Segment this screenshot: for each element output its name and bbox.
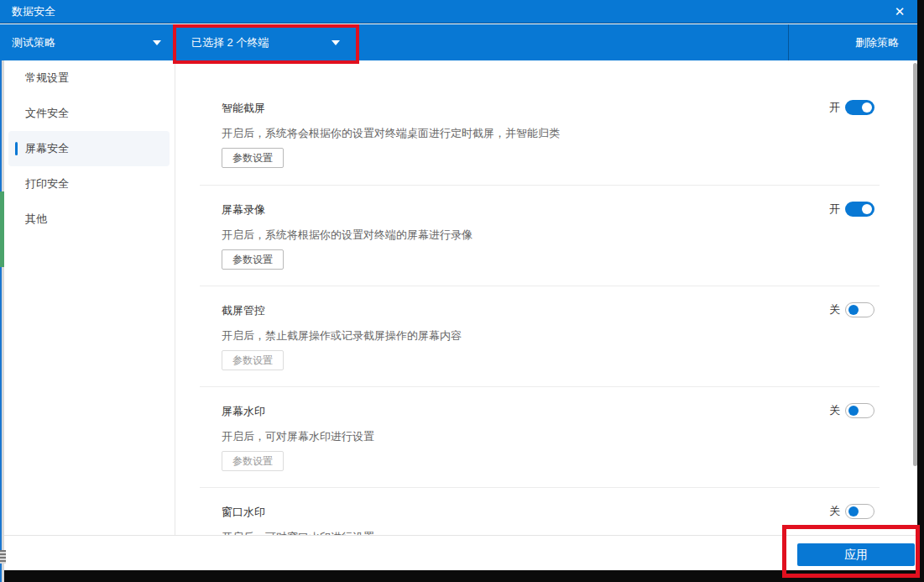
footer-bar: 应用 [4,535,917,570]
section-title: 智能截屏 [222,101,265,116]
param-settings-button[interactable]: 参数设置 [222,249,284,270]
toggle-knob [862,102,872,113]
sidebar-item-4[interactable]: 其他 [4,202,175,237]
settings-content: 智能截屏开开启后，系统将会根据你的设置对终端桌面进行定时截屏，并智能归类参数设置… [200,60,880,535]
delete-policy-button[interactable]: 删除策略 [788,24,917,60]
section-description: 开启后，系统将会根据你的设置对终端桌面进行定时截屏，并智能归类 [222,126,560,141]
close-icon: ✕ [895,4,906,19]
setting-section-0: 智能截屏开开启后，系统将会根据你的设置对终端桌面进行定时截屏，并智能归类参数设置 [200,84,880,185]
section-title: 窗口水印 [222,505,265,520]
param-settings-button[interactable]: 参数设置 [222,148,284,168]
toggle-state-label: 开 [829,100,840,115]
annotation-box-apply-button [782,525,920,578]
toggle-row: 开 [829,202,874,217]
close-button[interactable]: ✕ [888,2,911,22]
section-title: 屏幕录像 [222,202,265,218]
screenshot-root: 数据安全 ✕ 测试策略 已选择 2 个终端 删除策略 常规设置文件安全屏幕安全打… [0,0,924,582]
annotation-box-terminal-dropdown [173,24,359,64]
sidebar-item-label: 其他 [25,212,47,225]
toggle-switch[interactable] [845,100,874,115]
toggle-switch[interactable] [845,504,874,519]
setting-section-1: 屏幕录像开开启后，系统将根据你的设置对终端的屏幕进行录像参数设置 [200,185,880,286]
toggle-state-label: 关 [829,403,840,418]
toggle-knob [848,506,859,516]
background-edge-blue-line [0,60,2,582]
sidebar-item-1[interactable]: 文件安全 [4,96,175,131]
sidebar-item-label: 屏幕安全 [25,142,69,155]
param-settings-button[interactable]: 参数设置 [222,350,284,370]
sidebar-item-2[interactable]: 屏幕安全 [8,131,170,166]
toggle-knob [848,305,859,315]
section-title: 屏幕水印 [222,404,265,419]
setting-section-4: 窗口水印关开启后，可对窗口水印进行设置 [200,487,880,535]
policy-toolbar: 测试策略 已选择 2 个终端 删除策略 [0,24,917,60]
toggle-switch[interactable] [845,202,874,217]
toggle-switch[interactable] [845,302,874,317]
sidebar-divider [175,60,175,535]
policy-dropdown-label: 测试策略 [12,35,55,50]
data-security-modal: 数据安全 ✕ 测试策略 已选择 2 个终端 删除策略 常规设置文件安全屏幕安全打… [0,0,917,570]
setting-section-2: 截屏管控关开启后，禁止截屏操作或记录截屏操作的屏幕内容参数设置 [200,286,880,386]
background-edge-green-block [0,191,4,267]
toggle-row: 关 [829,302,874,317]
section-description: 开启后，可对屏幕水印进行设置 [222,429,374,444]
sidebar-item-label: 文件安全 [25,107,69,119]
background-edge-glyph [0,550,6,564]
modal-title-bar: 数据安全 ✕ [0,0,917,24]
delete-policy-label: 删除策略 [855,35,899,50]
toggle-state-label: 关 [829,302,840,317]
toggle-switch[interactable] [845,403,874,418]
toggle-state-label: 开 [829,202,840,217]
policy-dropdown[interactable]: 测试策略 [0,24,175,60]
sidebar-item-0[interactable]: 常规设置 [4,60,175,96]
section-description: 开启后，禁止截屏操作或记录截屏操作的屏幕内容 [222,328,462,343]
section-description: 开启后，系统将根据你的设置对终端的屏幕进行录像 [222,228,472,243]
scrollbar-thumb[interactable] [913,63,917,466]
toggle-knob [848,406,859,416]
modal-title: 数据安全 [12,0,55,24]
toggle-knob [862,204,872,214]
toggle-row: 开 [829,100,874,115]
settings-sidebar: 常规设置文件安全屏幕安全打印安全其他 [4,60,175,535]
background-window-edge [0,60,4,582]
selected-indicator-bar [15,142,18,155]
sidebar-item-label: 常规设置 [25,71,69,84]
toggle-state-label: 关 [829,504,840,519]
param-settings-button[interactable]: 参数设置 [222,451,284,471]
section-title: 截屏管控 [222,303,265,318]
chevron-down-icon [153,40,161,45]
sidebar-item-3[interactable]: 打印安全 [4,166,175,202]
toggle-row: 关 [829,403,874,418]
sidebar-item-label: 打印安全 [25,177,69,190]
toggle-row: 关 [829,504,874,519]
setting-section-3: 屏幕水印关开启后，可对屏幕水印进行设置参数设置 [200,386,880,487]
